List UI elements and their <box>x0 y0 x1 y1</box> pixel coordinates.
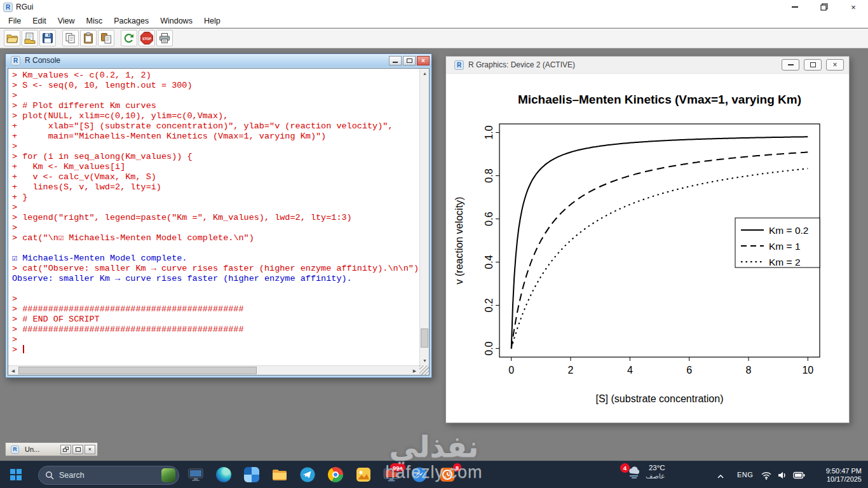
console-close-button[interactable]: × <box>417 56 430 65</box>
notification-badge: 8 <box>452 463 462 472</box>
print-button[interactable] <box>156 30 173 46</box>
open-script-button[interactable] <box>4 30 20 46</box>
resize-grip[interactable] <box>419 365 429 375</box>
r-logo-icon: R <box>11 445 19 454</box>
taskbar-clock[interactable]: 9:50:47 PM 10/17/2025 <box>826 467 862 484</box>
console-horizontal-scrollbar[interactable]: ◀ ▶ <box>8 365 419 375</box>
taskbar-icon-monitor-app[interactable]: 99+ <box>381 465 401 485</box>
y-axis-label: v (reaction velocity) <box>454 197 465 285</box>
wifi-icon[interactable] <box>761 471 771 480</box>
window-close-button[interactable]: × <box>839 0 868 14</box>
window-restore-button[interactable] <box>810 0 839 14</box>
taskbar-icon-this-pc[interactable] <box>186 465 205 485</box>
graphics-minimize-button[interactable] <box>782 59 799 71</box>
horizontal-scrollbar-thumb[interactable] <box>18 367 257 374</box>
copy-and-paste-button[interactable] <box>98 30 114 46</box>
y-tick-label: 0.2 <box>484 298 494 312</box>
x-axis-label: [S] (substrate concentration) <box>596 393 724 404</box>
console-line: > plot(NULL, xlim=c(0,10), ylim=c(0,Vmax… <box>12 111 417 121</box>
console-line: + v <- calc_v(Vmax, Km, S) <box>12 172 417 182</box>
menu-item-file[interactable]: File <box>3 17 27 25</box>
menu-item-edit[interactable]: Edit <box>27 17 52 25</box>
refresh-button[interactable] <box>121 30 137 46</box>
taskbar-icon-gallery[interactable] <box>353 465 373 485</box>
console-input-area[interactable]: > Km_values <- c(0.2, 1, 2)> S <- seq(0,… <box>8 68 430 376</box>
r-logo-icon: R <box>454 60 464 70</box>
taskbar-icon-chrome[interactable] <box>325 465 345 485</box>
weather-widget[interactable]: 4 23°C عاصف <box>628 464 665 480</box>
graphics-maximize-button[interactable] <box>804 59 822 71</box>
taskbar-icon-photos[interactable] <box>241 465 261 485</box>
load-workspace-button[interactable] <box>22 30 38 46</box>
console-line: > <box>12 294 417 304</box>
battery-icon[interactable] <box>793 471 805 479</box>
scroll-down-arrow[interactable]: ▼ <box>420 356 430 365</box>
r-graphics-window: R R Graphics: Device 2 (ACTIVE) × Michae… <box>445 56 850 423</box>
scroll-right-arrow[interactable]: ▶ <box>410 366 419 376</box>
menu-item-windows[interactable]: Windows <box>154 17 198 25</box>
windy-weather-icon <box>628 466 642 479</box>
taskbar-icon-edge[interactable] <box>214 465 233 485</box>
console-line: > S <- seq(0, 10, length.out = 300) <box>12 81 417 91</box>
graphics-window-title: R Graphics: Device 2 (ACTIVE) <box>468 60 575 69</box>
graphics-close-button[interactable]: × <box>826 59 844 71</box>
console-line <box>12 243 417 254</box>
console-line: Observe: smaller Km → curve rises faster… <box>12 274 417 284</box>
taskbar-icon-file-explorer[interactable] <box>269 465 289 485</box>
search-highlight-image[interactable] <box>161 468 175 482</box>
taskbar-icon-telegram[interactable] <box>297 465 317 485</box>
weather-condition: عاصف <box>646 472 665 480</box>
console-line: > # Plot different Km curves <box>12 101 417 111</box>
app-titlebar[interactable]: R RGui × <box>0 0 868 14</box>
menu-item-misc[interactable]: Misc <box>81 17 109 25</box>
editor-restore-button[interactable] <box>60 445 71 454</box>
x-tick-label: 10 <box>802 365 813 376</box>
start-button[interactable] <box>10 469 22 483</box>
window-minimize-button[interactable] <box>780 0 810 14</box>
y-tick-label: 0.6 <box>484 212 494 226</box>
tray-chevron-up-icon[interactable] <box>717 470 724 482</box>
console-titlebar[interactable]: R R Console × <box>6 54 431 67</box>
taskbar-icon-clock-app[interactable]: 8 <box>437 465 457 485</box>
menu-item-view[interactable]: View <box>52 17 81 25</box>
console-line: > <box>12 223 417 233</box>
minimized-editor-window[interactable]: R Un... × <box>5 442 98 456</box>
console-line: > legend("right", legend=paste("Km =", K… <box>12 213 417 223</box>
copy-button[interactable] <box>62 30 79 46</box>
search-input[interactable]: Search <box>38 466 179 485</box>
scroll-up-arrow[interactable]: ▲ <box>420 69 430 78</box>
taskbar: Search 99+8 4 23°C عاصف ENG 9:50:47 PM 1… <box>0 461 868 488</box>
vertical-scrollbar-thumb[interactable] <box>421 329 428 348</box>
console-line: > for (i in seq_along(Km_values)) { <box>12 152 417 162</box>
r-logo-icon: R <box>11 56 20 65</box>
taskbar-app-icons: 99+8 <box>186 461 457 488</box>
console-line: > Km_values <- c(0.2, 1, 2) <box>12 71 417 81</box>
editor-maximize-button[interactable] <box>72 445 83 454</box>
console-line: > ######################################… <box>12 304 417 315</box>
editor-close-button[interactable]: × <box>85 445 95 454</box>
y-tick-label: 0.8 <box>484 168 494 182</box>
save-workspace-button[interactable] <box>39 30 56 46</box>
console-line <box>12 284 417 294</box>
mm-kinetics-plot: Michaelis–Menten Kinetics (Vmax=1, varyi… <box>446 74 848 423</box>
taskbar-icon-messenger[interactable] <box>409 465 429 485</box>
menu-item-help[interactable]: Help <box>198 17 226 25</box>
console-maximize-button[interactable] <box>403 56 416 65</box>
scroll-left-arrow[interactable]: ◀ <box>8 366 18 376</box>
r-logo-icon: R <box>3 3 13 12</box>
search-placeholder: Search <box>59 471 161 480</box>
console-line: > <box>12 203 417 213</box>
language-indicator[interactable]: ENG <box>737 471 753 478</box>
console-vertical-scrollbar[interactable]: ▲ ▼ <box>419 69 429 365</box>
stop-computation-button[interactable]: STOP <box>139 30 155 46</box>
graphics-titlebar[interactable]: R R Graphics: Device 2 (ACTIVE) × <box>446 57 849 74</box>
clock-time: 9:50:47 PM <box>826 467 862 475</box>
paste-button[interactable] <box>80 30 97 46</box>
menu-item-packages[interactable]: Packages <box>108 17 154 25</box>
console-minimize-button[interactable] <box>389 56 402 65</box>
x-tick-label: 8 <box>746 365 752 376</box>
volume-icon[interactable] <box>777 471 787 480</box>
plot-title: Michaelis–Menten Kinetics (Vmax=1, varyi… <box>518 93 801 106</box>
console-window-title: R Console <box>25 56 60 65</box>
text-cursor <box>23 345 24 353</box>
